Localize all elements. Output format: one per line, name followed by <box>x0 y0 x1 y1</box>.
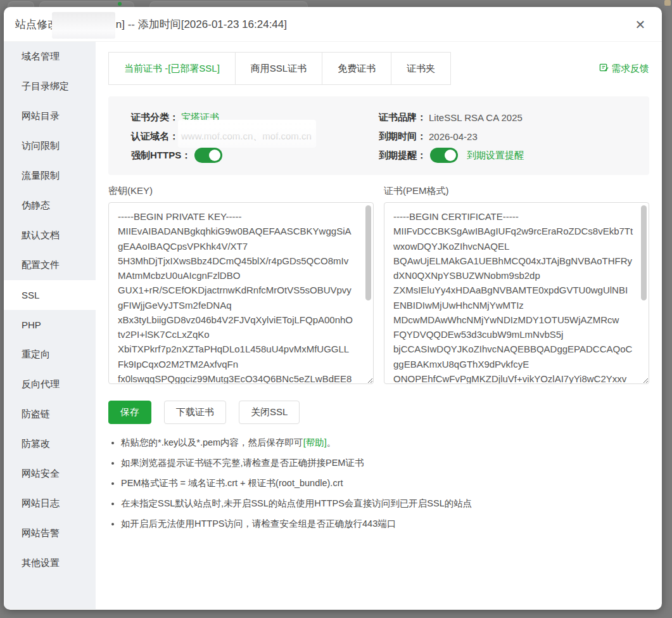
sidebar-item-php[interactable]: PHP <box>4 310 96 340</box>
feedback-link[interactable]: 需求反馈 <box>599 63 649 75</box>
auth-domain-label: 认证域名： <box>131 131 179 143</box>
dialog-title-suffix: n] -- 添加时间[2026-01-23 16:24:44] <box>116 17 287 32</box>
site-settings-dialog: 站点修改[n] -- 添加时间[2026-01-23 16:24:44] ✕ 域… <box>4 7 662 610</box>
note-text: 。 <box>327 437 336 447</box>
private-key-textarea[interactable]: -----BEGIN PRIVATE KEY----- MIIEvAIBADAN… <box>108 202 374 384</box>
sidebar-item-access-limit[interactable]: 访问限制 <box>4 131 96 161</box>
sidebar-item-config-file[interactable]: 配置文件 <box>4 250 96 280</box>
expire-date-value: 2026-04-23 <box>429 131 478 142</box>
cert-info-panel: 证书分类： 宝塔证书 认证域名： www.mof.com.cn、mof.com.… <box>108 96 649 175</box>
save-button[interactable]: 保存 <box>108 401 151 424</box>
expire-date-label: 到期时间： <box>379 131 426 143</box>
pem-textarea-label: 证书(PEM格式) <box>384 185 649 197</box>
note-item: 如开启后无法使用HTTPS访问，请检查安全组是否正确放行443端口 <box>121 518 649 530</box>
tab-commercial-ssl[interactable]: 商用SSL证书 <box>235 52 322 85</box>
feedback-label: 需求反馈 <box>611 63 649 75</box>
close-ssl-button[interactable]: 关闭SSL <box>239 401 300 424</box>
pem-scrollbar-thumb[interactable] <box>641 205 647 300</box>
certificate-pem-textarea[interactable]: -----BEGIN CERTIFICATE----- MIIFvDCCBKSg… <box>384 202 649 384</box>
ssl-panel: 当前证书 -[已部署SSL] 商用SSL证书 免费证书 证书夹 需求反馈 <box>96 42 662 609</box>
key-scrollbar-thumb[interactable] <box>365 205 371 300</box>
privacy-mask-sitename <box>52 12 115 39</box>
note-item: 粘贴您的*.key以及*.pem内容，然后保存即可[帮助]。 <box>121 437 649 449</box>
note-item: 在未指定SSL默认站点时,未开启SSL的站点使用HTTPS会直接访问到已开启SS… <box>121 498 649 510</box>
note-item: 如果浏览器提示证书链不完整,请检查是否正确拼接PEM证书 <box>121 457 649 469</box>
sidebar-item-site-directory[interactable]: 网站目录 <box>4 101 96 131</box>
tab-current-cert[interactable]: 当前证书 -[已部署SSL] <box>108 52 236 85</box>
feedback-edit-icon <box>599 63 609 74</box>
sidebar-item-anti-leech[interactable]: 防盗链 <box>4 399 96 429</box>
note-item: PEM格式证书 = 域名证书.crt + 根证书(root_bundle).cr… <box>121 477 649 489</box>
dialog-titlebar: 站点修改[n] -- 添加时间[2026-01-23 16:24:44] ✕ <box>4 7 662 42</box>
toggle-knob <box>209 150 220 161</box>
cert-brand-label: 证书品牌： <box>379 112 426 124</box>
sidebar-item-subdir-bind[interactable]: 子目录绑定 <box>4 72 96 101</box>
note-text: 粘贴您的*.key以及*.pem内容，然后保存即可 <box>121 437 303 447</box>
help-link[interactable]: [帮助] <box>303 437 327 447</box>
expire-remind-settings-link[interactable]: 到期设置提醒 <box>467 150 524 162</box>
download-cert-button[interactable]: 下载证书 <box>164 401 226 424</box>
key-textarea-label: 密钥(KEY) <box>108 185 374 197</box>
toggle-knob <box>445 150 456 161</box>
privacy-mask-domain <box>178 120 316 148</box>
background-page-fragment <box>664 0 671 6</box>
sidebar-item-reverse-proxy[interactable]: 反向代理 <box>4 370 96 399</box>
sidebar-item-other-settings[interactable]: 其他设置 <box>4 548 96 578</box>
sidebar-item-rewrite[interactable]: 伪静态 <box>4 191 96 221</box>
force-https-toggle[interactable] <box>194 148 222 163</box>
sidebar-item-site-logs[interactable]: 网站日志 <box>4 489 96 518</box>
cert-brand-value: LiteSSL RSA CA 2025 <box>429 112 523 123</box>
sidebar-item-default-doc[interactable]: 默认文档 <box>4 221 96 250</box>
sidebar-item-tamper-proof[interactable]: 防篡改 <box>4 429 96 459</box>
tab-free-cert[interactable]: 免费证书 <box>322 52 391 85</box>
force-https-label: 强制HTTPS： <box>131 150 191 162</box>
close-icon[interactable]: ✕ <box>631 16 649 34</box>
expire-remind-toggle[interactable] <box>430 148 458 163</box>
tab-cert-folder[interactable]: 证书夹 <box>391 52 451 85</box>
cert-category-label: 证书分类： <box>131 112 179 124</box>
sidebar-item-redirect[interactable]: 重定向 <box>4 340 96 370</box>
sidebar-item-domain-manage[interactable]: 域名管理 <box>4 42 96 72</box>
expire-remind-label: 到期提醒： <box>379 150 426 162</box>
ssl-tabs: 当前证书 -[已部署SSL] 商用SSL证书 免费证书 证书夹 需求反馈 <box>108 52 649 85</box>
ssl-notes-list: 粘贴您的*.key以及*.pem内容，然后保存即可[帮助]。 如果浏览器提示证书… <box>108 437 649 530</box>
background-tab-favicon <box>118 2 122 6</box>
sidebar-item-site-alerts[interactable]: 网站告警 <box>4 518 96 548</box>
settings-sidebar: 域名管理 子目录绑定 网站目录 访问限制 流量限制 伪静态 默认文档 配置文件 … <box>4 42 96 609</box>
sidebar-item-site-security[interactable]: 网站安全 <box>4 459 96 489</box>
sidebar-item-ssl[interactable]: SSL <box>4 280 96 310</box>
sidebar-item-traffic-limit[interactable]: 流量限制 <box>4 161 96 191</box>
